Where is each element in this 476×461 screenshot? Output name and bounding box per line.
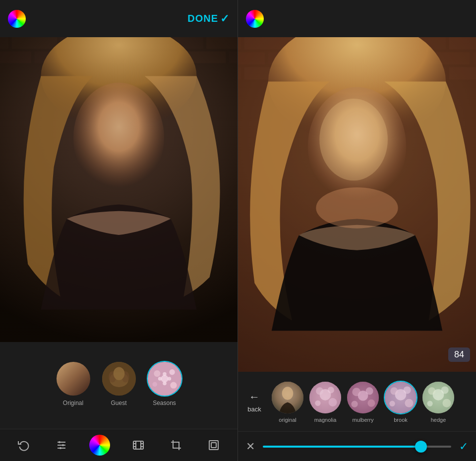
photo-background-left: [0, 37, 238, 342]
filter-item-brook[interactable]: brook: [384, 381, 417, 423]
filter-item-original[interactable]: Original: [56, 361, 91, 406]
slider-container[interactable]: [263, 446, 451, 448]
svg-point-26: [152, 382, 157, 386]
color-wheel-button[interactable]: [89, 435, 110, 456]
filter-label-mulberry: mulberry: [353, 417, 374, 423]
filter-thumb-original[interactable]: [56, 361, 91, 397]
svg-point-78: [316, 387, 323, 395]
right-filter-items: original magno: [271, 381, 472, 423]
svg-point-99: [427, 401, 432, 406]
svg-rect-45: [209, 441, 218, 450]
svg-point-80: [329, 398, 337, 406]
svg-point-86: [367, 399, 375, 406]
intensity-slider[interactable]: [263, 446, 451, 448]
svg-rect-46: [211, 443, 216, 448]
svg-point-93: [389, 401, 395, 406]
left-panel: DONE ✓: [0, 0, 238, 461]
svg-point-75: [282, 387, 294, 400]
right-filter-bar: ← back: [238, 372, 476, 431]
confirm-button[interactable]: ✓: [459, 440, 468, 453]
svg-rect-42: [133, 446, 135, 447]
svg-point-90: [390, 387, 398, 395]
back-button[interactable]: ← back: [242, 391, 267, 413]
filter-thumb-original-r[interactable]: [271, 381, 304, 414]
svg-point-84: [352, 388, 360, 396]
filter-label-seasons: Seasons: [153, 400, 176, 406]
left-toolbar: [0, 429, 238, 461]
svg-point-87: [351, 401, 357, 407]
filter-label-brook: brook: [394, 417, 408, 423]
filter-thumb-hedge[interactable]: [421, 381, 455, 414]
back-arrow-icon: ←: [249, 391, 260, 403]
filter-label-original-r: original: [279, 417, 296, 423]
filter-item-guest[interactable]: Guest: [101, 361, 137, 406]
svg-rect-41: [133, 443, 135, 444]
rotate-button[interactable]: [14, 435, 34, 455]
svg-point-28: [158, 377, 162, 381]
right-image-area: 84: [238, 37, 476, 372]
left-header: DONE ✓: [0, 0, 238, 37]
left-image-area: [0, 37, 238, 342]
filter-thumb-mulberry[interactable]: [346, 381, 380, 414]
svg-point-79: [328, 387, 334, 393]
svg-rect-39: [135, 441, 136, 449]
svg-point-91: [404, 386, 411, 394]
svg-point-72: [316, 187, 398, 229]
filter-thumb-guest[interactable]: [101, 361, 137, 397]
svg-point-27: [170, 382, 177, 388]
app-logo-icon[interactable]: [8, 10, 26, 28]
svg-point-96: [428, 387, 435, 395]
svg-rect-44: [141, 446, 143, 447]
filter-label-magnolia: magnolia: [314, 417, 337, 423]
svg-rect-40: [140, 441, 141, 449]
svg-point-16: [73, 83, 164, 193]
filter-item-seasons[interactable]: Seasons: [147, 361, 182, 406]
svg-point-29: [167, 377, 171, 381]
svg-point-23: [161, 375, 168, 382]
filter-item-magnolia[interactable]: magnolia: [308, 381, 342, 423]
done-check-icon: ✓: [220, 12, 230, 25]
slider-thumb[interactable]: [415, 441, 427, 453]
svg-point-35: [59, 441, 60, 443]
svg-point-30: [163, 372, 167, 376]
svg-point-92: [405, 399, 413, 407]
done-button[interactable]: DONE ✓: [187, 12, 230, 25]
crop-button[interactable]: [166, 435, 186, 455]
filter-thumb-seasons[interactable]: [147, 361, 182, 397]
right-app-logo-icon[interactable]: [246, 10, 264, 28]
svg-rect-43: [141, 443, 143, 444]
filter-item-hedge[interactable]: hedge: [421, 381, 455, 423]
film-button[interactable]: [128, 435, 148, 455]
svg-rect-38: [133, 441, 143, 449]
filter-item-original-r[interactable]: original: [271, 381, 304, 423]
done-label: DONE: [187, 13, 218, 24]
svg-point-81: [315, 400, 320, 405]
svg-point-36: [62, 444, 64, 446]
svg-point-98: [442, 399, 451, 407]
filter-label-original: Original: [63, 400, 83, 406]
filter-row: Original Guest: [56, 361, 182, 406]
intensity-badge: 84: [448, 347, 470, 362]
frame-button[interactable]: [204, 435, 224, 455]
filter-thumb-magnolia[interactable]: [308, 381, 342, 414]
right-slider-bar: ✕ ✓: [238, 431, 476, 461]
right-panel: 84 ← back: [238, 0, 476, 461]
right-header: [238, 0, 476, 37]
cancel-button[interactable]: ✕: [246, 440, 255, 453]
svg-point-21: [113, 367, 124, 380]
left-filter-bar: Original Guest: [0, 342, 238, 429]
filter-label-guest: Guest: [111, 400, 126, 406]
svg-point-31: [163, 381, 167, 385]
filter-thumb-brook[interactable]: [384, 381, 417, 414]
intensity-value: 84: [454, 349, 464, 359]
svg-point-71: [319, 99, 388, 180]
svg-point-97: [441, 386, 449, 394]
svg-point-85: [366, 387, 373, 395]
svg-point-25: [169, 369, 175, 375]
svg-point-37: [60, 447, 61, 449]
filter-item-mulberry[interactable]: mulberry: [346, 381, 380, 423]
adjust-button[interactable]: [52, 435, 71, 455]
filter-label-hedge: hedge: [431, 417, 446, 423]
svg-point-24: [154, 370, 160, 377]
back-label: back: [247, 405, 261, 413]
